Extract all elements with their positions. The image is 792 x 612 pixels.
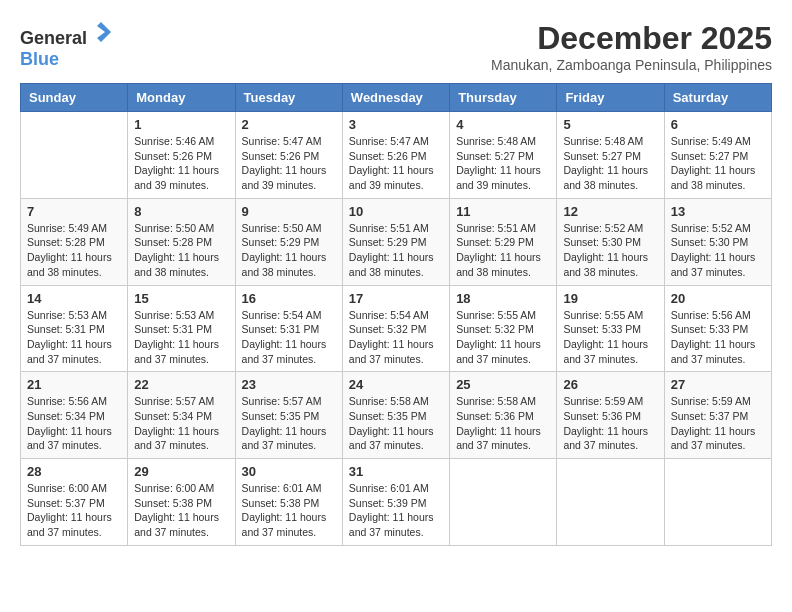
day-number: 25 (456, 377, 550, 392)
calendar-cell: 27Sunrise: 5:59 AM Sunset: 5:37 PM Dayli… (664, 372, 771, 459)
day-info: Sunrise: 5:49 AM Sunset: 5:27 PM Dayligh… (671, 134, 765, 193)
calendar-cell: 10Sunrise: 5:51 AM Sunset: 5:29 PM Dayli… (342, 198, 449, 285)
calendar-cell: 28Sunrise: 6:00 AM Sunset: 5:37 PM Dayli… (21, 459, 128, 546)
calendar-cell: 25Sunrise: 5:58 AM Sunset: 5:36 PM Dayli… (450, 372, 557, 459)
page-header: General Blue December 2025 Manukan, Zamb… (20, 20, 772, 73)
day-number: 1 (134, 117, 228, 132)
day-info: Sunrise: 5:48 AM Sunset: 5:27 PM Dayligh… (563, 134, 657, 193)
day-number: 27 (671, 377, 765, 392)
calendar-cell: 16Sunrise: 5:54 AM Sunset: 5:31 PM Dayli… (235, 285, 342, 372)
calendar-cell: 18Sunrise: 5:55 AM Sunset: 5:32 PM Dayli… (450, 285, 557, 372)
column-header-tuesday: Tuesday (235, 84, 342, 112)
calendar-cell: 22Sunrise: 5:57 AM Sunset: 5:34 PM Dayli… (128, 372, 235, 459)
day-number: 12 (563, 204, 657, 219)
calendar-cell: 26Sunrise: 5:59 AM Sunset: 5:36 PM Dayli… (557, 372, 664, 459)
month-title: December 2025 (491, 20, 772, 57)
calendar-cell: 29Sunrise: 6:00 AM Sunset: 5:38 PM Dayli… (128, 459, 235, 546)
day-number: 10 (349, 204, 443, 219)
calendar-cell (21, 112, 128, 199)
day-number: 21 (27, 377, 121, 392)
day-info: Sunrise: 5:58 AM Sunset: 5:36 PM Dayligh… (456, 394, 550, 453)
calendar-week-1: 1Sunrise: 5:46 AM Sunset: 5:26 PM Daylig… (21, 112, 772, 199)
day-info: Sunrise: 5:52 AM Sunset: 5:30 PM Dayligh… (671, 221, 765, 280)
day-info: Sunrise: 5:55 AM Sunset: 5:33 PM Dayligh… (563, 308, 657, 367)
logo-icon (89, 20, 113, 44)
day-info: Sunrise: 5:51 AM Sunset: 5:29 PM Dayligh… (456, 221, 550, 280)
calendar-cell: 1Sunrise: 5:46 AM Sunset: 5:26 PM Daylig… (128, 112, 235, 199)
day-info: Sunrise: 5:47 AM Sunset: 5:26 PM Dayligh… (349, 134, 443, 193)
day-number: 23 (242, 377, 336, 392)
column-header-monday: Monday (128, 84, 235, 112)
day-number: 4 (456, 117, 550, 132)
day-info: Sunrise: 5:55 AM Sunset: 5:32 PM Dayligh… (456, 308, 550, 367)
day-number: 2 (242, 117, 336, 132)
calendar-cell: 21Sunrise: 5:56 AM Sunset: 5:34 PM Dayli… (21, 372, 128, 459)
calendar-cell: 5Sunrise: 5:48 AM Sunset: 5:27 PM Daylig… (557, 112, 664, 199)
day-info: Sunrise: 5:57 AM Sunset: 5:35 PM Dayligh… (242, 394, 336, 453)
day-info: Sunrise: 5:56 AM Sunset: 5:34 PM Dayligh… (27, 394, 121, 453)
calendar-cell: 24Sunrise: 5:58 AM Sunset: 5:35 PM Dayli… (342, 372, 449, 459)
title-area: December 2025 Manukan, Zamboanga Peninsu… (491, 20, 772, 73)
calendar-cell: 19Sunrise: 5:55 AM Sunset: 5:33 PM Dayli… (557, 285, 664, 372)
day-info: Sunrise: 5:59 AM Sunset: 5:37 PM Dayligh… (671, 394, 765, 453)
day-info: Sunrise: 6:00 AM Sunset: 5:37 PM Dayligh… (27, 481, 121, 540)
day-info: Sunrise: 5:53 AM Sunset: 5:31 PM Dayligh… (27, 308, 121, 367)
column-header-thursday: Thursday (450, 84, 557, 112)
calendar-cell (557, 459, 664, 546)
day-number: 7 (27, 204, 121, 219)
column-header-friday: Friday (557, 84, 664, 112)
calendar-cell: 12Sunrise: 5:52 AM Sunset: 5:30 PM Dayli… (557, 198, 664, 285)
day-info: Sunrise: 5:50 AM Sunset: 5:29 PM Dayligh… (242, 221, 336, 280)
day-number: 20 (671, 291, 765, 306)
day-number: 18 (456, 291, 550, 306)
calendar-table: SundayMondayTuesdayWednesdayThursdayFrid… (20, 83, 772, 546)
location-title: Manukan, Zamboanga Peninsula, Philippine… (491, 57, 772, 73)
day-info: Sunrise: 5:56 AM Sunset: 5:33 PM Dayligh… (671, 308, 765, 367)
day-info: Sunrise: 5:48 AM Sunset: 5:27 PM Dayligh… (456, 134, 550, 193)
calendar-week-4: 21Sunrise: 5:56 AM Sunset: 5:34 PM Dayli… (21, 372, 772, 459)
calendar-week-2: 7Sunrise: 5:49 AM Sunset: 5:28 PM Daylig… (21, 198, 772, 285)
calendar-cell: 23Sunrise: 5:57 AM Sunset: 5:35 PM Dayli… (235, 372, 342, 459)
calendar-cell: 9Sunrise: 5:50 AM Sunset: 5:29 PM Daylig… (235, 198, 342, 285)
calendar-cell: 17Sunrise: 5:54 AM Sunset: 5:32 PM Dayli… (342, 285, 449, 372)
column-header-wednesday: Wednesday (342, 84, 449, 112)
day-info: Sunrise: 5:59 AM Sunset: 5:36 PM Dayligh… (563, 394, 657, 453)
day-info: Sunrise: 5:52 AM Sunset: 5:30 PM Dayligh… (563, 221, 657, 280)
day-number: 9 (242, 204, 336, 219)
day-number: 16 (242, 291, 336, 306)
calendar-cell: 2Sunrise: 5:47 AM Sunset: 5:26 PM Daylig… (235, 112, 342, 199)
day-number: 24 (349, 377, 443, 392)
day-number: 14 (27, 291, 121, 306)
day-info: Sunrise: 5:58 AM Sunset: 5:35 PM Dayligh… (349, 394, 443, 453)
logo-blue: Blue (20, 49, 59, 69)
day-number: 29 (134, 464, 228, 479)
day-info: Sunrise: 5:50 AM Sunset: 5:28 PM Dayligh… (134, 221, 228, 280)
calendar-cell: 8Sunrise: 5:50 AM Sunset: 5:28 PM Daylig… (128, 198, 235, 285)
calendar-cell (664, 459, 771, 546)
calendar-cell: 20Sunrise: 5:56 AM Sunset: 5:33 PM Dayli… (664, 285, 771, 372)
day-info: Sunrise: 5:49 AM Sunset: 5:28 PM Dayligh… (27, 221, 121, 280)
calendar-week-3: 14Sunrise: 5:53 AM Sunset: 5:31 PM Dayli… (21, 285, 772, 372)
calendar-cell: 15Sunrise: 5:53 AM Sunset: 5:31 PM Dayli… (128, 285, 235, 372)
day-info: Sunrise: 5:51 AM Sunset: 5:29 PM Dayligh… (349, 221, 443, 280)
calendar-cell: 11Sunrise: 5:51 AM Sunset: 5:29 PM Dayli… (450, 198, 557, 285)
day-number: 5 (563, 117, 657, 132)
calendar-header-row: SundayMondayTuesdayWednesdayThursdayFrid… (21, 84, 772, 112)
calendar-cell: 30Sunrise: 6:01 AM Sunset: 5:38 PM Dayli… (235, 459, 342, 546)
day-number: 6 (671, 117, 765, 132)
logo-general: General (20, 28, 87, 48)
day-number: 28 (27, 464, 121, 479)
logo: General Blue (20, 20, 113, 70)
svg-marker-0 (97, 22, 111, 42)
calendar-cell: 7Sunrise: 5:49 AM Sunset: 5:28 PM Daylig… (21, 198, 128, 285)
calendar-cell (450, 459, 557, 546)
calendar-cell: 6Sunrise: 5:49 AM Sunset: 5:27 PM Daylig… (664, 112, 771, 199)
day-number: 8 (134, 204, 228, 219)
day-number: 30 (242, 464, 336, 479)
day-number: 15 (134, 291, 228, 306)
day-number: 17 (349, 291, 443, 306)
day-number: 19 (563, 291, 657, 306)
day-info: Sunrise: 5:46 AM Sunset: 5:26 PM Dayligh… (134, 134, 228, 193)
calendar-cell: 3Sunrise: 5:47 AM Sunset: 5:26 PM Daylig… (342, 112, 449, 199)
day-number: 3 (349, 117, 443, 132)
